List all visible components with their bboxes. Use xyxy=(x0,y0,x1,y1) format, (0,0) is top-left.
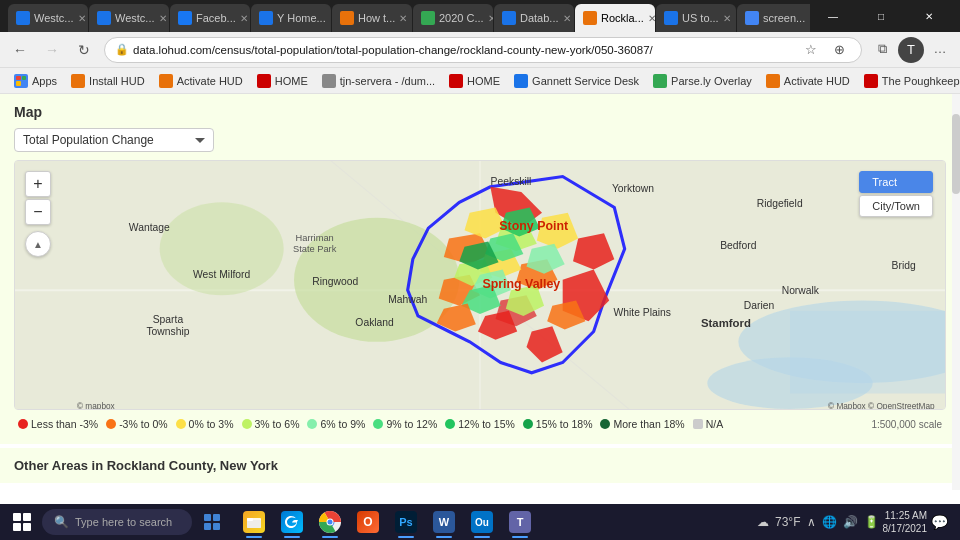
task-view-button[interactable] xyxy=(194,504,230,540)
svg-text:Bridg: Bridg xyxy=(892,261,916,272)
taskbar-clock[interactable]: 11:25 AM 8/17/2021 xyxy=(883,509,928,535)
tab-close-3[interactable]: ✕ xyxy=(236,13,248,24)
tab-6[interactable]: 2020 C... ✕ xyxy=(413,4,493,32)
bookmark-poughkeepsie[interactable]: The Poughkeepsie J... xyxy=(858,72,960,90)
forward-button[interactable]: → xyxy=(40,38,64,62)
taskbar-photoshop[interactable]: Ps xyxy=(388,504,424,540)
bookmark-parsely[interactable]: Parse.ly Overlay xyxy=(647,72,758,90)
bookmark-activate-hud-2[interactable]: Activate HUD xyxy=(760,72,856,90)
scrollbar[interactable] xyxy=(952,94,960,490)
map-type-buttons: Tract City/Town xyxy=(859,171,933,217)
compass-button[interactable]: ▲ xyxy=(25,231,51,257)
map-svg: Peekskill Yorktown Ridgefield Stony Poin… xyxy=(15,161,945,409)
read-aloud-button[interactable]: ⊕ xyxy=(827,38,851,62)
city-town-button[interactable]: City/Town xyxy=(859,195,933,217)
taskbar-edge[interactable] xyxy=(274,504,310,540)
refresh-button[interactable]: ↻ xyxy=(72,38,96,62)
zoom-in-button[interactable]: + xyxy=(25,171,51,197)
tab-close-9[interactable]: ✕ xyxy=(719,13,731,24)
tab-label-8: Rockla... xyxy=(601,12,644,24)
tract-button[interactable]: Tract xyxy=(859,171,933,193)
tab-9[interactable]: US to... ✕ xyxy=(656,4,736,32)
svg-rect-3 xyxy=(790,311,945,394)
task-view-icon xyxy=(203,513,221,531)
taskbar-outlook[interactable]: Ou xyxy=(464,504,500,540)
network-icon[interactable]: 🌐 xyxy=(822,515,837,529)
map-zoom-controls: + − ▲ xyxy=(25,171,51,257)
bookmark-star-button[interactable]: ☆ xyxy=(799,38,823,62)
legend-item-3: 0% to 3% xyxy=(176,418,234,430)
legend-item-7: 12% to 15% xyxy=(445,418,515,430)
tab-label-10: screen... xyxy=(763,12,805,24)
bookmark-activate-hud-2-label: Activate HUD xyxy=(784,75,850,87)
taskbar-search-box[interactable]: 🔍 Type here to search xyxy=(42,509,192,535)
settings-button[interactable]: … xyxy=(928,37,952,61)
weather-icon: ☁ xyxy=(757,515,769,529)
tab-3[interactable]: Faceb... ✕ xyxy=(170,4,250,32)
tab-close-5[interactable]: ✕ xyxy=(395,13,407,24)
scrollbar-thumb[interactable] xyxy=(952,114,960,194)
tab-close-2[interactable]: ✕ xyxy=(155,13,167,24)
map-type-select[interactable]: Total Population Change Population 2020 … xyxy=(14,128,214,152)
bookmark-gannett[interactable]: Gannett Service Desk xyxy=(508,72,645,90)
svg-text:Norwalk: Norwalk xyxy=(782,285,820,296)
tab-close-7[interactable]: ✕ xyxy=(559,13,571,24)
tab-close-1[interactable]: ✕ xyxy=(74,13,86,24)
tab-favicon-7 xyxy=(502,11,516,25)
tab-10[interactable]: screen... ✕ xyxy=(737,4,810,32)
volume-icon[interactable]: 🔊 xyxy=(843,515,858,529)
svg-text:Peekskill: Peekskill xyxy=(491,176,532,187)
tab-close-8[interactable]: ✕ xyxy=(644,13,655,24)
svg-text:© mapbox: © mapbox xyxy=(77,402,116,409)
legend-item-4: 3% to 6% xyxy=(242,418,300,430)
close-button[interactable]: ✕ xyxy=(906,0,952,32)
bookmark-activate-hud[interactable]: Activate HUD xyxy=(153,72,249,90)
temperature-display: 73°F xyxy=(775,515,800,529)
minimize-button[interactable]: — xyxy=(810,0,856,32)
tab-close-4[interactable]: ✕ xyxy=(326,13,331,24)
tab-label-1: Westc... xyxy=(34,12,74,24)
addressbar: ← → ↻ 🔒 data.lohud.com/census/total-popu… xyxy=(0,32,960,68)
expand-tray-button[interactable]: ∧ xyxy=(807,515,816,529)
bookmark-home-2[interactable]: HOME xyxy=(443,72,506,90)
svg-text:West Milford: West Milford xyxy=(193,269,250,280)
bookmark-tjn[interactable]: tjn-servera - /dum... xyxy=(316,72,441,90)
tab-1[interactable]: Westc... ✕ xyxy=(8,4,88,32)
maximize-button[interactable]: □ xyxy=(858,0,904,32)
start-button[interactable] xyxy=(4,504,40,540)
start-icon xyxy=(13,513,31,531)
tab-label-9: US to... xyxy=(682,12,719,24)
svg-text:Harriman: Harriman xyxy=(296,233,334,243)
taskbar-office[interactable]: O xyxy=(350,504,386,540)
bookmark-apps[interactable]: Apps xyxy=(8,72,63,90)
lock-icon: 🔒 xyxy=(115,43,129,56)
svg-text:Stamford: Stamford xyxy=(701,317,751,329)
tab-4[interactable]: Y Home... ✕ xyxy=(251,4,331,32)
tabs-container: Westc... ✕ Westc... ✕ Faceb... ✕ Y Home.… xyxy=(8,0,810,32)
file-explorer-icon xyxy=(243,511,265,533)
taskbar-teams[interactable]: T xyxy=(502,504,538,540)
taskbar-chrome[interactable] xyxy=(312,504,348,540)
tab-2[interactable]: Westc... ✕ xyxy=(89,4,169,32)
back-button[interactable]: ← xyxy=(8,38,32,62)
tab-5[interactable]: How t... ✕ xyxy=(332,4,412,32)
tab-8[interactable]: Rockla... ✕ xyxy=(575,4,655,32)
map-dropdown-row: Total Population Change Population 2020 … xyxy=(14,128,946,152)
tab-favicon-1 xyxy=(16,11,30,25)
bookmark-home-1[interactable]: HOME xyxy=(251,72,314,90)
url-bar[interactable]: 🔒 data.lohud.com/census/total-population… xyxy=(104,37,862,63)
taskbar-word[interactable]: W xyxy=(426,504,462,540)
zoom-out-button[interactable]: − xyxy=(25,199,51,225)
extensions-button[interactable]: ⧉ xyxy=(870,37,894,61)
notification-button[interactable]: 💬 xyxy=(931,514,948,530)
office-icon: O xyxy=(357,511,379,533)
profile-button[interactable]: T xyxy=(898,37,924,63)
svg-point-8 xyxy=(160,202,284,295)
bookmark-apps-label: Apps xyxy=(32,75,57,87)
tab-7[interactable]: Datab... ✕ xyxy=(494,4,574,32)
tab-close-6[interactable]: ✕ xyxy=(484,13,493,24)
tab-label-5: How t... xyxy=(358,12,395,24)
taskbar-file-explorer[interactable] xyxy=(236,504,272,540)
tab-favicon-4 xyxy=(259,11,273,25)
bookmark-install-hud[interactable]: Install HUD xyxy=(65,72,151,90)
